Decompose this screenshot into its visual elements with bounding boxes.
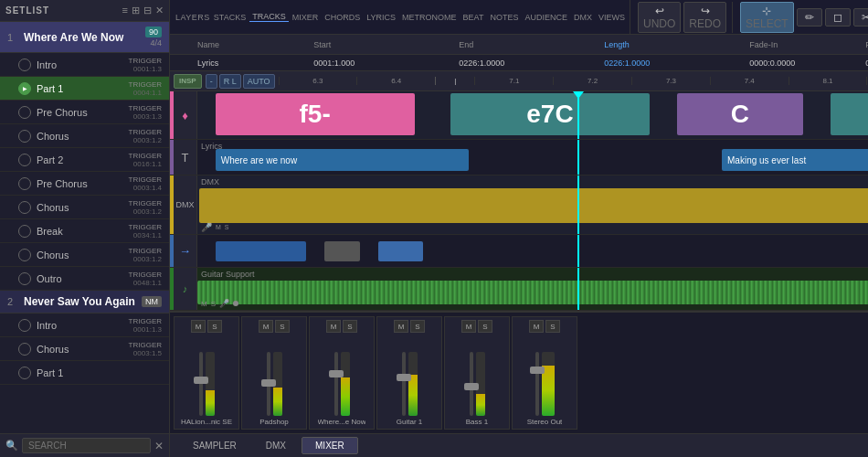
search-input[interactable] xyxy=(22,438,151,453)
mic-icon[interactable]: 🎤 xyxy=(201,222,212,232)
part-item-intro-1[interactable]: Intro TRIGGER 0001:1.3 xyxy=(0,53,169,77)
fader-handle-4[interactable] xyxy=(397,374,411,381)
tab-dmx[interactable]: DMX xyxy=(252,437,300,454)
guitar-waveform[interactable] xyxy=(197,281,868,304)
fader-track-1[interactable] xyxy=(199,352,203,416)
song-item-2[interactable]: 2 Never Saw You Again NM xyxy=(0,291,169,314)
fader-track-5[interactable] xyxy=(470,352,473,416)
part-item-chorus-3[interactable]: Chorus TRIGGER 0003:1.2 xyxy=(0,243,169,267)
lyrics-track-icon: T xyxy=(174,140,197,175)
lyric-block-1[interactable]: Where are we now xyxy=(216,149,469,171)
part-item-prechorus-2[interactable]: Pre Chorus TRIGGER 0003:1.4 xyxy=(0,172,169,196)
erase-button[interactable]: ◻ xyxy=(825,8,851,27)
fader-track-3[interactable] xyxy=(334,352,338,416)
setlist-icon-2[interactable]: ⊞ xyxy=(132,5,140,16)
lyric-text-1: Where are we now xyxy=(221,155,297,165)
fader-handle-2[interactable] xyxy=(261,379,276,387)
tab-metronome[interactable]: METRONOME xyxy=(399,13,460,22)
song-item-1[interactable]: 1 Where Are We Now 90 4/4 xyxy=(0,22,169,53)
setlist-icon-4[interactable]: ✕ xyxy=(155,5,164,16)
chords-track-content[interactable]: f5- e7C C A2C xyxy=(197,91,868,139)
solo-btn-6[interactable]: S xyxy=(545,320,560,333)
chord-block-e7c[interactable]: e7C xyxy=(450,93,650,135)
tab-tracks[interactable]: TRACKS xyxy=(249,12,289,22)
undo-button[interactable]: ↩UNDO xyxy=(638,2,681,33)
tab-mixer[interactable]: MIXER xyxy=(302,437,358,454)
tab-stacks[interactable]: STACKS xyxy=(211,13,249,22)
mute-btn-3[interactable]: M xyxy=(326,320,341,333)
pencil-button[interactable]: ✏ xyxy=(797,8,822,27)
part-item-chorus-1[interactable]: Chorus TRIGGER 0003:1.2 xyxy=(0,124,169,148)
tab-notes[interactable]: NOTES xyxy=(487,13,521,22)
midi-block-1[interactable] xyxy=(216,241,306,261)
part-item-s2-chorus[interactable]: Chorus TRIGGER 0003:1.5 xyxy=(0,337,169,361)
part-item-part1[interactable]: Part 1 TRIGGER 0004:1.1 xyxy=(0,77,169,101)
part-item-outro[interactable]: Outro TRIGGER 0048:1.1 xyxy=(0,267,169,291)
tab-audience[interactable]: AUDIENCE xyxy=(522,13,570,22)
lyrics-track-content[interactable]: Lyrics Where are we now Making us ever l… xyxy=(197,140,868,175)
split-button[interactable]: ✂ xyxy=(853,8,868,27)
mute-btn-4[interactable]: M xyxy=(394,320,408,333)
ruler-mark-7: 8.1 xyxy=(789,77,867,85)
tab-lyrics[interactable]: LYRICS xyxy=(364,13,398,22)
chord-block-a2c[interactable]: A2C xyxy=(831,93,868,135)
select-button[interactable]: ⊹SELECT xyxy=(740,2,794,33)
setlist-header-icons: ≡ ⊞ ⊟ ✕ xyxy=(122,5,164,16)
part-item-part2[interactable]: Part 2 TRIGGER 0016:1.1 xyxy=(0,148,169,172)
chord-block-c[interactable]: C xyxy=(677,93,804,135)
solo-btn-2[interactable]: S xyxy=(275,320,290,333)
fader-handle-3[interactable] xyxy=(329,370,344,377)
fader-track-4[interactable] xyxy=(402,352,406,416)
auto-scroll-button[interactable]: AUTO xyxy=(243,74,275,89)
inspector-button[interactable]: INSP xyxy=(174,74,202,89)
part-length-chorus-1: 0003:1.2 xyxy=(129,136,162,144)
midi-block-3[interactable] xyxy=(378,241,423,261)
midi-block-2[interactable] xyxy=(324,241,361,261)
guitar-mic-icon[interactable]: 🎤 xyxy=(219,299,229,308)
mute-btn-2[interactable]: M xyxy=(259,320,273,333)
redo-button[interactable]: ↪REDO xyxy=(683,2,726,33)
search-close-icon[interactable]: ✕ xyxy=(154,440,164,452)
solo-btn-4[interactable]: S xyxy=(410,320,425,333)
fader-track-2[interactable] xyxy=(267,352,270,416)
setlist-icon-3[interactable]: ⊟ xyxy=(143,5,152,16)
setlist-icon-1[interactable]: ≡ xyxy=(122,5,128,16)
fader-handle-5[interactable] xyxy=(464,383,479,390)
part-circle-part2 xyxy=(18,154,31,166)
mute-btn-1[interactable]: M xyxy=(191,320,206,333)
snap-button[interactable]: R L xyxy=(219,74,241,89)
part-item-prechorus-1[interactable]: Pre Chorus TRIGGER 0003:1.3 xyxy=(0,101,169,124)
tab-beat[interactable]: BEAT xyxy=(460,13,487,22)
solo-btn-1[interactable]: S xyxy=(207,320,222,333)
mute-btn-6[interactable]: M xyxy=(529,320,544,333)
part-item-s2-intro[interactable]: Intro TRIGGER 0001:1.3 xyxy=(0,314,169,337)
guitar-m-btn[interactable]: M xyxy=(201,300,207,308)
chord-block-f5[interactable]: f5- xyxy=(216,93,415,135)
tab-mixer[interactable]: MIXER xyxy=(290,13,322,22)
tab-sampler[interactable]: SAMPLER xyxy=(179,437,250,454)
part-item-chorus-2[interactable]: Chorus TRIGGER 0003:1.2 xyxy=(0,196,169,219)
fader-track-6[interactable] xyxy=(535,352,539,416)
level-fill-1 xyxy=(206,390,215,416)
mute-btn-5[interactable]: M xyxy=(461,320,476,333)
tab-views[interactable]: VIEWS xyxy=(596,13,628,22)
tab-chords[interactable]: CHORDS xyxy=(322,13,363,22)
zoom-out-button[interactable]: - xyxy=(206,74,217,89)
guitar-track-content[interactable]: Guitar Support M S 🎤 xyxy=(197,268,868,310)
m-label[interactable]: M xyxy=(216,224,221,230)
part-item-break[interactable]: Break TRIGGER 0034:1.1 xyxy=(0,219,169,243)
fader-handle-1[interactable] xyxy=(194,377,208,384)
song-timesig-1: 4/4 xyxy=(150,38,162,48)
tab-dmx[interactable]: DMX xyxy=(571,13,595,22)
tab-layers[interactable]: LAYERS xyxy=(175,13,210,22)
midi-track-content[interactable] xyxy=(197,235,868,266)
fader-handle-6[interactable] xyxy=(530,367,545,374)
guitar-s-btn[interactable]: S xyxy=(211,300,216,308)
lyric-block-2[interactable]: Making us ever last xyxy=(722,149,868,171)
solo-btn-5[interactable]: S xyxy=(478,320,492,333)
dmx-block[interactable] xyxy=(199,188,868,223)
solo-btn-3[interactable]: S xyxy=(343,320,357,333)
dmx-track-content[interactable]: DMX 🎤 M S xyxy=(197,175,868,234)
s-label[interactable]: S xyxy=(225,224,229,230)
part-item-s2-part1[interactable]: Part 1 xyxy=(0,361,169,385)
